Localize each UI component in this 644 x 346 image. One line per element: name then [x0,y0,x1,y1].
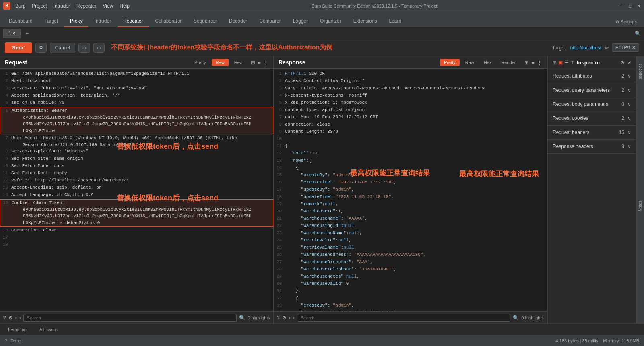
menu-intruder[interactable]: Intruder [54,3,70,9]
app-title: Burp Suite Community Edition v2023.12.1.… [130,4,619,8]
inspector-split-icon[interactable]: ⊤ [570,60,574,66]
settings-button[interactable]: ⚙ Settings [611,17,641,27]
request-nav-back-icon[interactable]: ‹ [15,315,17,321]
response-search-submit-icon[interactable]: 🔍 [513,315,519,321]
inspector-close-icon[interactable]: ✕ [627,60,631,66]
title-bar-menu: Burp Project Intruder Repeater View Help [15,3,130,9]
burp-logo: B [3,2,10,10]
inspector-row-request-headers[interactable]: Request headers 15 ∨ [548,126,636,139]
table-row: 11 { [274,143,547,150]
inspector-tab[interactable]: Inspector [636,62,644,82]
response-wrap-icon[interactable]: ⊞ [524,60,529,66]
response-tab-render[interactable]: Render [497,59,520,66]
request-highlights-count: 0 highlights [248,315,270,320]
request-code-area[interactable]: 1 GET /dev-api/baseDate/warehouse/list?p… [0,69,273,311]
event-log-tab[interactable]: Event log [5,325,30,334]
response-lines-icon[interactable]: ≡ [531,60,535,66]
request-help-icon[interactable]: ? [3,315,6,321]
inspector-view-icon2[interactable]: ▣ [558,60,563,66]
tab-logger[interactable]: Logger [287,16,314,27]
table-row: 27 "warehouseDirector": "AAA", [274,259,547,266]
tab-organizer[interactable]: Organizer [314,16,347,27]
request-tab-hex[interactable]: Hex [230,59,246,66]
response-title: Response [279,59,435,66]
menu-burp[interactable]: Burp [15,3,25,9]
http-version-badge[interactable]: HTTP/1 ✕ [612,43,639,52]
response-tab-hex[interactable]: Hex [480,59,496,66]
response-help-icon[interactable]: ? [277,315,280,321]
request-search-submit-icon[interactable]: 🔍 [239,315,245,321]
request-menu-icon[interactable]: ⋮ [263,60,268,66]
tab-proxy[interactable]: Proxy [64,16,88,27]
request-settings-icon[interactable]: ⚙ [8,315,13,321]
maximize-button[interactable]: □ [629,3,632,9]
table-row: 4 X-content-type-options: nosniff [274,92,547,99]
nav-fwd-button[interactable]: ‹ › [93,43,105,53]
inspector-row-body-params[interactable]: Request body parameters 0 ∨ [548,97,636,111]
inspector-response-headers: Response headers 8 ∨ [548,140,636,154]
request-nav-fwd-icon[interactable]: › [19,315,21,321]
response-code-area[interactable]: 1 HTTP/1.1 200 OK 2 Access-Control-Allow… [274,69,547,311]
table-row: 13 Accept-Encoding: gzip, deflate, br [0,184,273,192]
settings-gear-button[interactable]: ⚙ [35,43,47,53]
tab-decoder[interactable]: Decoder [223,16,253,27]
tab-sequencer[interactable]: Sequencer [188,16,223,27]
search-icon[interactable]: 🔍 [635,31,641,36]
tab-target[interactable]: Target [39,16,64,27]
menu-project[interactable]: Project [32,3,47,9]
request-lines-icon[interactable]: ≡ [258,60,261,66]
close-button[interactable]: ✕ [637,3,641,9]
cancel-button[interactable]: Cancel [50,43,75,53]
inspector-list-icon[interactable]: ☰ [564,60,569,66]
inspector-row-cookies[interactable]: Request cookies 2 ∨ [548,111,636,125]
request-search-input[interactable] [23,314,237,322]
inspector-row-request-attributes[interactable]: Request attributes 2 ∨ [548,69,636,83]
request-panel-icons: ⊞ ≡ ⋮ [251,60,268,66]
response-menu-icon[interactable]: ⋮ [537,60,542,66]
menu-repeater[interactable]: Repeater [76,3,96,9]
menu-help[interactable]: Help [120,3,130,9]
tab-collaborator[interactable]: Collaborator [150,16,187,27]
minimize-button[interactable]: — [619,3,624,9]
response-nav-back-icon[interactable]: ‹ [289,315,291,321]
response-tab-raw[interactable]: Raw [461,59,478,66]
inspector-request-attributes: Request attributes 2 ∨ [548,69,636,83]
all-issues-tab[interactable]: All issues [36,325,61,334]
response-settings-icon[interactable]: ⚙ [282,315,287,321]
tab-learn[interactable]: Learn [383,16,407,27]
request-tab-raw[interactable]: Raw [212,59,229,66]
send-button[interactable]: Send [5,42,32,53]
request-tab-pretty[interactable]: Pretty [190,59,210,66]
tab-extensions[interactable]: Extensions [348,16,383,27]
notes-tab[interactable]: Notes [636,199,644,213]
table-row: 23 "warehousingName":null, [274,230,547,237]
table-row: 16 "createTime": "2023-11-05 17:21:38", [274,179,547,186]
tab-comparer[interactable]: Comparer [254,16,286,27]
menu-view[interactable]: View [103,3,113,9]
inspector-header: ⊞ ▣ ☰ ⊤ Inspector ⚙ ✕ [548,56,636,69]
response-search-input[interactable] [297,314,511,322]
tab-repeater[interactable]: Repeater [118,16,149,27]
tab-intruder[interactable]: Intruder [89,16,117,27]
table-row: 33 "createBy": "admin", [274,302,547,309]
response-nav-fwd-icon[interactable]: › [293,315,295,321]
nav-back-button[interactable]: ‹ › [78,43,90,53]
inspector-view-icon1[interactable]: ⊞ [553,60,557,66]
table-row: 32 { [274,295,547,302]
inspector-request-headers: Request headers 15 ∨ [548,126,636,140]
response-search-bar: ? ⚙ ‹ › 🔍 0 highlights [274,311,547,323]
window-controls: — □ ✕ [619,3,641,9]
add-tab-button[interactable]: + [22,29,32,38]
response-tab-pretty[interactable]: Pretty [440,59,460,66]
edit-target-icon[interactable]: ✏ [605,45,609,51]
inspector-row-response-headers[interactable]: Response headers 8 ∨ [548,140,636,153]
table-row: 19 "remark":null, [274,201,547,208]
tab-dashboard[interactable]: Dashboard [3,16,38,27]
inspector-row-query-params[interactable]: Request query parameters 2 ∨ [548,83,636,97]
request-panel-header: Request Pretty Raw Hex ⊞ ≡ ⋮ [0,56,273,69]
help-icon[interactable]: ? [5,338,7,343]
table-row: 2 Host: localhost [0,78,273,85]
inspector-settings-icon[interactable]: ⚙ [620,60,625,66]
request-wrap-icon[interactable]: ⊞ [251,60,255,66]
repeater-tab-1[interactable]: 1 × [3,29,21,38]
